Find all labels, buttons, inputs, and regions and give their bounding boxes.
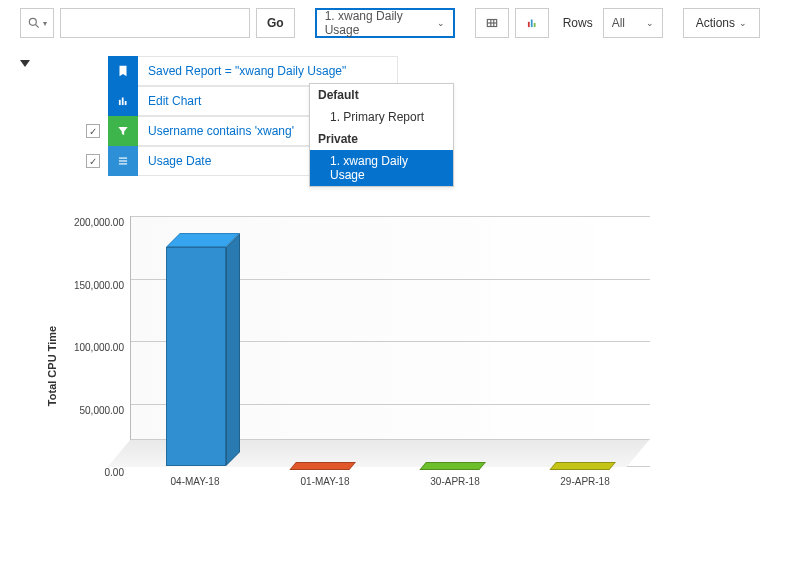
svg-rect-11 <box>125 101 127 105</box>
chart-bar[interactable] <box>296 465 356 466</box>
rows-label: Rows <box>555 16 597 30</box>
y-tick-label: 150,000.00 <box>74 279 124 290</box>
toolbar: ▾ Go 1. xwang Daily Usage ⌄ Rows All ⌄ A… <box>0 0 800 46</box>
chevron-down-icon: ⌄ <box>646 18 654 28</box>
svg-rect-8 <box>533 23 535 27</box>
chevron-down-icon: ▾ <box>43 19 47 28</box>
report-dropdown-item-primary[interactable]: 1. Primary Report <box>310 106 453 128</box>
collapse-toggle[interactable] <box>20 60 30 67</box>
bookmark-icon <box>108 56 138 86</box>
chart-bar[interactable] <box>556 465 616 466</box>
search-icon-button[interactable]: ▾ <box>20 8 54 38</box>
y-ticks: 0.0050,000.00100,000.00150,000.00200,000… <box>60 216 130 466</box>
x-tick-label: 30-APR-18 <box>430 476 479 487</box>
chart-icon <box>108 86 138 116</box>
svg-line-1 <box>36 25 39 28</box>
go-button[interactable]: Go <box>256 8 295 38</box>
svg-rect-10 <box>122 98 124 106</box>
x-tick-label: 01-MAY-18 <box>301 476 350 487</box>
report-dropdown-group-default: Default <box>310 84 453 106</box>
svg-rect-9 <box>119 100 121 105</box>
y-tick-label: 0.00 <box>105 467 124 478</box>
svg-rect-7 <box>531 20 533 28</box>
y-tick-label: 100,000.00 <box>74 342 124 353</box>
report-select-label: 1. xwang Daily Usage <box>325 9 437 37</box>
filter-usagedate-checkbox[interactable]: ✓ <box>86 154 100 168</box>
actions-button[interactable]: Actions ⌄ <box>683 8 760 38</box>
breakdown-icon <box>108 146 138 176</box>
search-input[interactable] <box>60 8 250 38</box>
svg-rect-6 <box>528 22 530 27</box>
view-grid-button[interactable] <box>475 8 509 38</box>
chevron-down-icon: ⌄ <box>739 18 747 28</box>
bar-chart-icon <box>525 16 539 30</box>
filter-username-checkbox[interactable]: ✓ <box>86 124 100 138</box>
grid-icon <box>485 16 499 30</box>
chart-bar[interactable] <box>166 247 226 466</box>
search-icon <box>27 16 41 30</box>
filter-row-saved-report: Saved Report = "xwang Daily Usage" <box>78 56 428 86</box>
report-dropdown: Default 1. Primary Report Private 1. xwa… <box>309 83 454 187</box>
x-labels: 04-MAY-1801-MAY-1830-APR-1829-APR-18 <box>130 476 650 496</box>
x-tick-label: 04-MAY-18 <box>171 476 220 487</box>
y-axis-title: Total CPU Time <box>46 326 58 406</box>
svg-point-0 <box>29 18 36 25</box>
view-chart-button[interactable] <box>515 8 549 38</box>
plot-area <box>130 216 650 466</box>
chart: Total CPU Time Date 0.0050,000.00100,000… <box>60 206 680 526</box>
report-dropdown-item-xwang[interactable]: 1. xwang Daily Usage <box>310 150 453 186</box>
report-dropdown-group-private: Private <box>310 128 453 150</box>
actions-label: Actions <box>696 16 735 30</box>
chart-bar[interactable] <box>426 465 486 466</box>
report-select[interactable]: 1. xwang Daily Usage ⌄ <box>315 8 455 38</box>
x-tick-label: 29-APR-18 <box>560 476 609 487</box>
y-tick-label: 200,000.00 <box>74 217 124 228</box>
rows-select[interactable]: All ⌄ <box>603 8 663 38</box>
chevron-down-icon: ⌄ <box>437 18 445 28</box>
y-tick-label: 50,000.00 <box>80 404 125 415</box>
funnel-icon <box>108 116 138 146</box>
filter-saved-report-link[interactable]: Saved Report = "xwang Daily Usage" <box>138 56 398 86</box>
rows-select-value: All <box>612 16 625 30</box>
